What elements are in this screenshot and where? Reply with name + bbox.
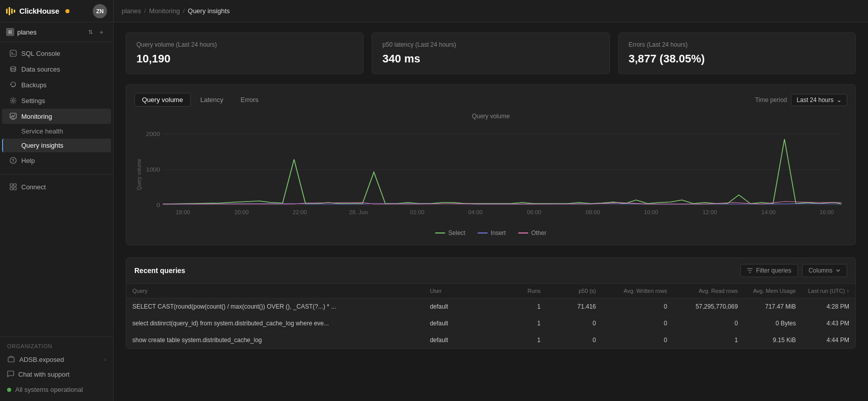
filter-queries-button[interactable]: Filter queries bbox=[740, 264, 798, 277]
time-period-select[interactable]: Last 24 hours ⌄ bbox=[791, 94, 847, 106]
breadcrumb-part-3: Query insights bbox=[188, 7, 230, 15]
svg-text:14:00: 14:00 bbox=[762, 210, 776, 215]
svg-point-2 bbox=[12, 99, 14, 102]
cell-user-1: default bbox=[424, 315, 505, 332]
status-dot-icon bbox=[7, 388, 11, 392]
cell-user-2: default bbox=[424, 332, 505, 349]
svg-rect-7 bbox=[14, 184, 16, 186]
tab-errors[interactable]: Errors bbox=[233, 93, 266, 107]
svg-text:22:00: 22:00 bbox=[293, 210, 307, 215]
columns-button[interactable]: Columns bbox=[802, 264, 847, 277]
org-icon bbox=[7, 355, 15, 363]
queries-table: Query User Runs p50 (s) Avg. Written row… bbox=[126, 284, 855, 348]
col-header-read: Avg. Read rows bbox=[673, 284, 744, 298]
svg-rect-6 bbox=[10, 184, 13, 186]
backup-icon bbox=[9, 81, 17, 89]
svg-rect-8 bbox=[10, 187, 13, 190]
sidebar-item-settings[interactable]: Settings bbox=[2, 93, 111, 108]
sidebar-header: ClickHouse ZN bbox=[0, 0, 113, 22]
database-icon bbox=[9, 65, 17, 73]
sidebar-item-label-connect: Connect bbox=[21, 183, 46, 191]
col-header-lastrun[interactable]: Last run (UTC) ↑ bbox=[802, 284, 855, 298]
col-header-query: Query bbox=[126, 284, 424, 298]
filter-icon bbox=[747, 268, 753, 274]
sidebar-sub-item-label-query-insights: Query insights bbox=[21, 142, 63, 149]
col-header-written: Avg. Written rows bbox=[602, 284, 673, 298]
sidebar-item-label-settings: Settings bbox=[21, 97, 45, 105]
cell-p50-0: 71.416 bbox=[547, 298, 602, 315]
status-item: All systems operational bbox=[0, 382, 113, 397]
status-indicator bbox=[65, 9, 69, 13]
nav-section: SQL Console Data sources Backups bbox=[0, 42, 113, 337]
content-area: Query volume (Last 24 hours) 10,190 p50 … bbox=[114, 22, 868, 401]
col-header-user: User bbox=[424, 284, 505, 298]
main-content: planes / Monitoring / Query insights Que… bbox=[114, 0, 868, 401]
chevron-down-icon bbox=[836, 268, 841, 273]
table-title: Recent queries bbox=[134, 266, 185, 275]
stat-card-latency: p50 latency (Last 24 hours) 340 ms bbox=[372, 32, 609, 74]
chart-svg: 2000 1000 0 Query volume 18:00 20:00 22:… bbox=[134, 124, 847, 225]
table-row[interactable]: show create table system.distributed_cac… bbox=[126, 332, 855, 349]
sidebar-item-label-help: Help bbox=[21, 157, 35, 164]
svg-text:18:00: 18:00 bbox=[176, 210, 190, 215]
svg-point-1 bbox=[11, 66, 16, 69]
tab-latency[interactable]: Latency bbox=[193, 93, 231, 107]
sidebar-item-data-sources[interactable]: Data sources bbox=[2, 61, 111, 77]
cell-runs-0: 1 bbox=[505, 298, 547, 315]
app-name: ClickHouse bbox=[19, 7, 59, 15]
stat-label-0: Query volume (Last 24 hours) bbox=[136, 41, 353, 48]
svg-rect-10 bbox=[8, 357, 14, 362]
chat-support-button[interactable]: Chat with support bbox=[0, 366, 113, 382]
tab-query-volume[interactable]: Query volume bbox=[134, 93, 191, 107]
legend-other: Other bbox=[518, 229, 547, 237]
org-item[interactable]: ADSB.exposed › bbox=[0, 352, 113, 366]
col-header-p50: p50 (s) bbox=[547, 284, 602, 298]
table-actions: Filter queries Columns bbox=[740, 264, 847, 277]
add-workspace-button[interactable]: + bbox=[96, 26, 107, 38]
sidebar-item-backups[interactable]: Backups bbox=[2, 77, 111, 92]
org-name: ADSB.exposed bbox=[19, 356, 64, 363]
table-row[interactable]: SELECT CAST(round(pow(count() / max(coun… bbox=[126, 298, 855, 315]
chart-legend: Select Insert Other bbox=[134, 229, 847, 237]
table-header-row: Recent queries Filter queries Columns bbox=[126, 258, 855, 284]
chat-support-label: Chat with support bbox=[18, 371, 69, 378]
stat-label-2: Errors (Last 24 hours) bbox=[629, 41, 845, 48]
sidebar-item-monitoring[interactable]: Monitoring bbox=[2, 109, 111, 124]
stats-row: Query volume (Last 24 hours) 10,190 p50 … bbox=[126, 32, 856, 74]
sidebar-item-sql-console[interactable]: SQL Console bbox=[2, 46, 111, 61]
sidebar-sub-item-service-health[interactable]: Service health bbox=[2, 124, 111, 138]
svg-text:0: 0 bbox=[157, 202, 160, 208]
svg-text:Query volume: Query volume bbox=[136, 159, 142, 190]
legend-insert-line bbox=[478, 232, 488, 233]
legend-select: Select bbox=[435, 229, 465, 237]
settings-icon bbox=[9, 96, 17, 105]
cell-read-1: 0 bbox=[673, 315, 744, 332]
sidebar-item-connect[interactable]: Connect bbox=[2, 179, 111, 194]
cell-p50-2: 0 bbox=[547, 332, 602, 349]
sidebar-bottom: Organization ADSB.exposed › Chat with su… bbox=[0, 337, 113, 401]
col-header-mem: Avg. Mem Usage bbox=[744, 284, 802, 298]
breadcrumb-part-2: Monitoring bbox=[149, 7, 180, 15]
table-row[interactable]: select distinrct(query_id) from system.d… bbox=[126, 315, 855, 332]
org-chevron-icon: › bbox=[104, 357, 106, 362]
workspace-selector[interactable]: ⊞ planes ⇅ + bbox=[0, 22, 113, 42]
legend-other-line bbox=[518, 232, 528, 233]
sidebar-item-label-backups: Backups bbox=[21, 81, 47, 89]
connect-icon bbox=[9, 183, 17, 191]
stat-card-errors: Errors (Last 24 hours) 3,877 (38.05%) bbox=[618, 32, 856, 74]
status-label: All systems operational bbox=[15, 386, 83, 393]
sidebar-item-help[interactable]: Help bbox=[2, 153, 111, 168]
cell-lastrun-0: 4:28 PM bbox=[802, 298, 855, 315]
table-section: Recent queries Filter queries Columns bbox=[126, 257, 856, 349]
svg-text:04:00: 04:00 bbox=[468, 210, 483, 215]
svg-text:20:00: 20:00 bbox=[234, 210, 248, 215]
sidebar-sub-item-query-insights[interactable]: Query insights bbox=[2, 139, 111, 152]
stat-value-1: 340 ms bbox=[382, 52, 599, 65]
svg-text:02:00: 02:00 bbox=[410, 210, 424, 215]
cell-p50-1: 0 bbox=[547, 315, 602, 332]
avatar[interactable]: ZN bbox=[93, 4, 107, 18]
cell-read-0: 57,295,770,069 bbox=[673, 298, 744, 315]
svg-text:1000: 1000 bbox=[146, 166, 160, 173]
cell-written-0: 0 bbox=[602, 298, 673, 315]
svg-point-5 bbox=[13, 162, 13, 162]
